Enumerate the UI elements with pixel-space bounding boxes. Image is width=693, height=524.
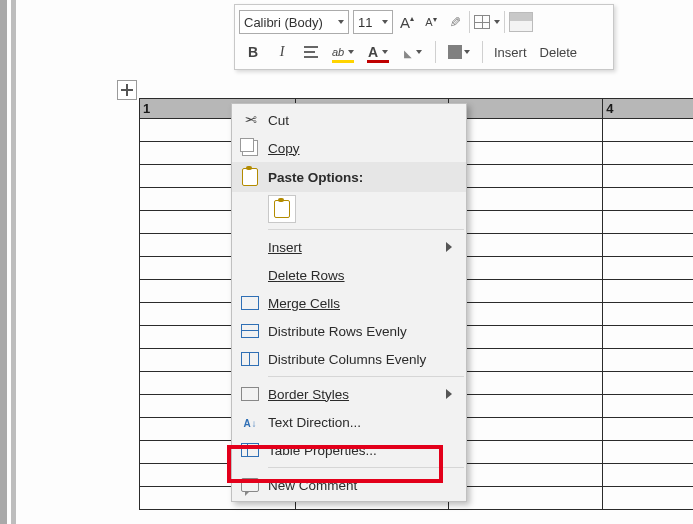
comment-icon bbox=[241, 478, 259, 492]
menu-separator bbox=[268, 376, 464, 377]
italic-button[interactable]: I bbox=[272, 41, 292, 63]
paste-option-keep-source[interactable] bbox=[268, 195, 296, 223]
font-color-button[interactable]: A bbox=[365, 41, 391, 63]
menu-delete-rows-label: Delete Rows bbox=[268, 268, 452, 283]
menu-merge-cells[interactable]: Merge Cells bbox=[232, 289, 466, 317]
menu-text-direction[interactable]: Text Direction... bbox=[232, 408, 466, 436]
insert-label: Insert bbox=[494, 45, 527, 60]
menu-table-properties[interactable]: Table Properties... bbox=[232, 436, 466, 464]
font-color-glyph: A bbox=[368, 44, 378, 60]
font-name-value: Calibri (Body) bbox=[240, 15, 334, 30]
menu-delete-rows[interactable]: Delete Rows bbox=[232, 261, 466, 289]
menu-copy[interactable]: Copy bbox=[232, 134, 466, 162]
shrink-font-button[interactable]: A▾ bbox=[421, 11, 441, 33]
bucket-icon bbox=[404, 44, 412, 60]
grow-font-button[interactable]: A▴ bbox=[397, 11, 417, 33]
align-icon bbox=[304, 46, 318, 58]
distribute-rows-icon bbox=[241, 324, 259, 338]
delete-button[interactable]: Delete bbox=[538, 41, 580, 63]
grid-icon bbox=[474, 15, 490, 29]
window-edge-inner bbox=[11, 0, 16, 524]
submenu-arrow-icon bbox=[446, 389, 452, 399]
paste-icon bbox=[242, 168, 258, 186]
highlight-glyph: ab bbox=[332, 46, 344, 58]
move-icon bbox=[121, 84, 133, 96]
table-grid-button[interactable] bbox=[474, 11, 500, 33]
grow-font-glyph: A bbox=[400, 14, 410, 31]
fill-color-button[interactable] bbox=[400, 41, 426, 63]
menu-insert[interactable]: Insert bbox=[232, 233, 466, 261]
align-button[interactable] bbox=[301, 41, 321, 63]
border-styles-icon bbox=[241, 387, 259, 401]
delete-label: Delete bbox=[540, 45, 578, 60]
submenu-arrow-icon bbox=[446, 242, 452, 252]
table-style-icon bbox=[509, 12, 533, 32]
bold-button[interactable]: B bbox=[243, 41, 263, 63]
shading-swatch-icon bbox=[448, 45, 462, 59]
merge-cells-icon bbox=[241, 296, 259, 310]
font-size-value: 11 bbox=[354, 15, 378, 30]
font-color-bar bbox=[367, 60, 389, 63]
table-context-menu: Cut Copy Paste Options: Insert Delete Ro… bbox=[231, 103, 467, 502]
format-painter-icon bbox=[449, 14, 461, 30]
bold-glyph: B bbox=[248, 44, 258, 60]
menu-distribute-columns-label: Distribute Columns Evenly bbox=[268, 352, 452, 367]
clipboard-icon bbox=[274, 200, 290, 218]
format-painter-button[interactable] bbox=[445, 11, 465, 33]
menu-cut[interactable]: Cut bbox=[232, 106, 466, 134]
italic-glyph: I bbox=[280, 44, 285, 60]
table-header-cell[interactable] bbox=[449, 99, 603, 119]
menu-separator bbox=[268, 467, 464, 468]
menu-cut-label: Cut bbox=[268, 113, 452, 128]
toolbar-separator bbox=[504, 11, 505, 33]
toolbar-separator bbox=[482, 41, 483, 63]
menu-distribute-columns[interactable]: Distribute Columns Evenly bbox=[232, 345, 466, 373]
text-direction-icon bbox=[242, 415, 258, 429]
font-size-combo[interactable]: 11 bbox=[353, 10, 393, 34]
insert-button[interactable]: Insert bbox=[492, 41, 529, 63]
menu-new-comment[interactable]: New Comment bbox=[232, 471, 466, 499]
menu-border-styles[interactable]: Border Styles bbox=[232, 380, 466, 408]
menu-copy-label: Copy bbox=[268, 141, 452, 156]
font-size-dropdown-icon[interactable] bbox=[378, 20, 392, 24]
menu-new-comment-label: New Comment bbox=[268, 478, 452, 493]
menu-distribute-rows[interactable]: Distribute Rows Evenly bbox=[232, 317, 466, 345]
font-name-combo[interactable]: Calibri (Body) bbox=[239, 10, 349, 34]
font-name-dropdown-icon[interactable] bbox=[334, 20, 348, 24]
menu-paste-options: Paste Options: bbox=[232, 162, 466, 192]
paste-options-row bbox=[232, 192, 466, 226]
table-style-button[interactable] bbox=[509, 11, 533, 33]
menu-table-properties-label: Table Properties... bbox=[268, 443, 452, 458]
menu-paste-options-label: Paste Options: bbox=[268, 170, 452, 185]
menu-insert-label: Insert bbox=[268, 240, 442, 255]
shading-button[interactable] bbox=[445, 41, 473, 63]
table-properties-icon bbox=[241, 443, 259, 457]
menu-border-styles-label: Border Styles bbox=[268, 387, 442, 402]
menu-merge-cells-label: Merge Cells bbox=[268, 296, 452, 311]
menu-separator bbox=[268, 229, 464, 230]
table-header-cell[interactable]: 4 bbox=[603, 99, 693, 119]
table-move-handle[interactable] bbox=[117, 80, 137, 100]
shrink-font-glyph: A bbox=[425, 16, 432, 28]
menu-text-direction-label: Text Direction... bbox=[268, 415, 452, 430]
highlight-color-bar bbox=[332, 60, 354, 63]
copy-icon bbox=[242, 140, 258, 156]
mini-toolbar: Calibri (Body) 11 A▴ A▾ B I ab A bbox=[234, 4, 614, 70]
toolbar-separator bbox=[435, 41, 436, 63]
toolbar-separator bbox=[469, 11, 470, 33]
distribute-columns-icon bbox=[241, 352, 259, 366]
highlight-button[interactable]: ab bbox=[330, 41, 356, 63]
scissors-icon bbox=[244, 111, 257, 129]
menu-distribute-rows-label: Distribute Rows Evenly bbox=[268, 324, 452, 339]
window-edge bbox=[0, 0, 7, 524]
